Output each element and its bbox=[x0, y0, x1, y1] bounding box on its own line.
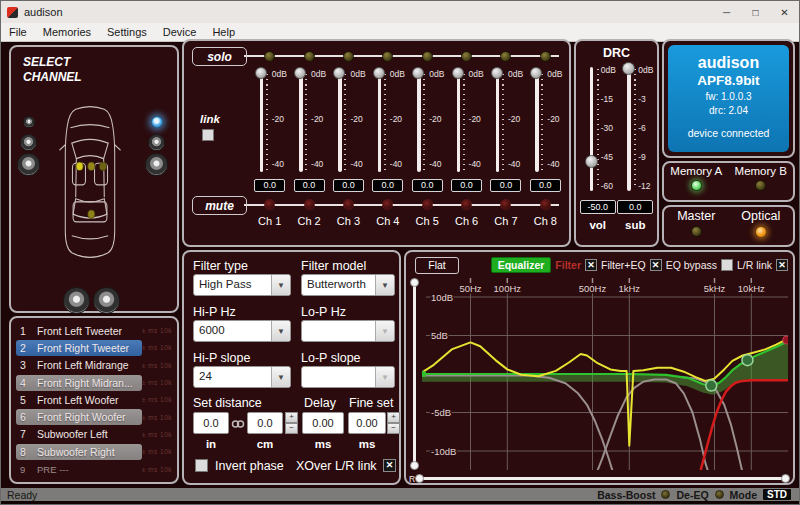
graph-vertical-slider-track[interactable] bbox=[413, 282, 416, 466]
drc-sub-value[interactable]: 0.0 bbox=[617, 200, 653, 214]
graph-hslider-right-handle[interactable] bbox=[781, 474, 790, 483]
fader-thumb-ch2[interactable] bbox=[294, 67, 306, 79]
drc-vol-fader[interactable]: 0dB-15-30-45-60 bbox=[580, 65, 616, 195]
channel-list-item[interactable]: 6Front Right Woofer± ms 10k bbox=[16, 408, 172, 425]
solo-led-ch1[interactable] bbox=[264, 51, 275, 62]
speaker-subwoofer-right[interactable] bbox=[93, 287, 120, 314]
car-position-dot-right[interactable] bbox=[99, 162, 106, 170]
speaker-front-left-midrange[interactable] bbox=[20, 134, 37, 151]
fader-thumb-ch7[interactable] bbox=[491, 67, 503, 79]
de-eq-led[interactable] bbox=[715, 490, 724, 499]
link-checkbox[interactable] bbox=[202, 129, 214, 141]
chevron-down-icon[interactable]: ▼ bbox=[271, 367, 290, 387]
minimize-button[interactable]: ─ bbox=[712, 1, 741, 23]
distance-increment-button[interactable]: + bbox=[285, 412, 298, 423]
menu-help[interactable]: Help bbox=[204, 24, 243, 40]
fader-ch6[interactable]: 0dB-20-40 bbox=[447, 69, 486, 175]
fader-value-ch2[interactable]: 0.0 bbox=[294, 179, 325, 192]
channel-list-item[interactable]: 9PRE ---± ms 10k bbox=[16, 460, 172, 477]
distance-in-field[interactable]: 0.0 bbox=[193, 412, 229, 434]
distance-decrement-button[interactable]: − bbox=[285, 423, 298, 434]
maximize-button[interactable]: □ bbox=[741, 1, 770, 23]
fader-track[interactable] bbox=[417, 72, 421, 172]
memory-b[interactable]: Memory B bbox=[729, 163, 794, 200]
channel-list-item[interactable]: 3Front Left Midrange± ms 10k bbox=[16, 357, 172, 374]
hp-slope-dropdown[interactable]: 24 ▼ bbox=[193, 366, 291, 388]
hp-hz-dropdown[interactable]: 6000 ▼ bbox=[193, 320, 291, 342]
graph-horizontal-slider-track[interactable] bbox=[417, 477, 788, 481]
car-position-dot-rear[interactable] bbox=[88, 210, 95, 218]
graph-horizontal-slider[interactable]: R bbox=[409, 472, 788, 485]
fader-ch2[interactable]: 0dB-20-40 bbox=[289, 69, 328, 175]
filter-eq-checkbox[interactable]: ✕ bbox=[650, 259, 662, 271]
fader-value-ch4[interactable]: 0.0 bbox=[372, 179, 403, 192]
fader-value-ch8[interactable]: 0.0 bbox=[530, 179, 561, 192]
graph-vslider-top-handle[interactable] bbox=[410, 278, 419, 287]
master-input[interactable]: Master bbox=[664, 207, 729, 245]
solo-led-ch6[interactable] bbox=[461, 51, 472, 62]
fader-thumb-ch6[interactable] bbox=[452, 67, 464, 79]
menu-device[interactable]: Device bbox=[155, 24, 205, 40]
speaker-front-left-woofer[interactable] bbox=[17, 153, 40, 176]
speaker-front-right-woofer[interactable] bbox=[145, 153, 168, 176]
drc-fader-track[interactable] bbox=[627, 67, 631, 191]
invert-phase-checkbox[interactable] bbox=[195, 459, 208, 472]
menu-memories[interactable]: Memories bbox=[35, 24, 99, 40]
close-button[interactable]: ✕ bbox=[770, 1, 799, 23]
fader-value-ch5[interactable]: 0.0 bbox=[412, 179, 443, 192]
fader-ch7[interactable]: 0dB-20-40 bbox=[486, 69, 525, 175]
memory-a[interactable]: Memory A bbox=[664, 163, 729, 200]
fine-set-increment-button[interactable]: + bbox=[387, 412, 400, 423]
fader-track[interactable] bbox=[378, 72, 382, 172]
solo-led-ch5[interactable] bbox=[422, 51, 433, 62]
fader-thumb-ch1[interactable] bbox=[255, 67, 267, 79]
bass-boost-led[interactable] bbox=[661, 490, 670, 499]
channel-list-item[interactable]: 1Front Left Tweeter± ms 10k bbox=[16, 322, 172, 339]
car-position-dot-center[interactable] bbox=[88, 162, 95, 170]
mode-value-badge[interactable]: STD bbox=[763, 489, 791, 500]
equalizer-tab[interactable]: Equalizer bbox=[491, 257, 552, 273]
speaker-front-right-midrange[interactable] bbox=[148, 134, 165, 151]
mute-button[interactable]: mute bbox=[192, 196, 247, 215]
solo-led-ch4[interactable] bbox=[382, 51, 393, 62]
fader-ch5[interactable]: 0dB-20-40 bbox=[408, 69, 447, 175]
speaker-front-left-tweeter[interactable] bbox=[23, 116, 35, 128]
mute-led-ch3[interactable] bbox=[343, 199, 354, 210]
optical-input[interactable]: Optical bbox=[729, 207, 794, 245]
fader-track[interactable] bbox=[338, 72, 342, 172]
solo-button[interactable]: solo bbox=[192, 47, 247, 66]
fader-ch3[interactable]: 0dB-20-40 bbox=[329, 69, 368, 175]
fader-track[interactable] bbox=[496, 72, 500, 172]
chevron-down-icon[interactable]: ▼ bbox=[375, 275, 394, 295]
eq-bypass-checkbox[interactable] bbox=[721, 259, 733, 271]
menu-settings[interactable]: Settings bbox=[99, 24, 155, 40]
filter-type-dropdown[interactable]: High Pass ▼ bbox=[193, 274, 291, 296]
mute-led-ch7[interactable] bbox=[500, 199, 511, 210]
drc-vol-thumb[interactable] bbox=[585, 155, 598, 168]
channel-list-item[interactable]: 4Front Right Midran...± ms 10k bbox=[16, 374, 172, 391]
filter-model-dropdown[interactable]: Butterworth ▼ bbox=[301, 274, 395, 296]
speaker-subwoofer-left[interactable] bbox=[63, 287, 90, 314]
graph-vslider-bottom-handle[interactable] bbox=[410, 461, 419, 470]
fader-track[interactable] bbox=[260, 72, 264, 172]
fader-value-ch3[interactable]: 0.0 bbox=[333, 179, 364, 192]
speaker-front-right-tweeter[interactable] bbox=[151, 116, 163, 128]
chevron-down-icon[interactable]: ▼ bbox=[271, 275, 290, 295]
solo-led-ch2[interactable] bbox=[304, 51, 315, 62]
drc-sub-fader[interactable]: 0dB-3-6-9-12 bbox=[617, 65, 653, 195]
channel-list-item[interactable]: 5Front Left Woofer± ms 10k bbox=[16, 391, 172, 408]
fine-set-field[interactable]: 0.00 bbox=[348, 412, 386, 434]
fader-track[interactable] bbox=[457, 72, 461, 172]
drc-fader-track[interactable] bbox=[590, 67, 594, 191]
car-position-dot-left[interactable] bbox=[76, 162, 83, 170]
eq-response-plot[interactable]: 50Hz100Hz500Hz1kHz5kHz10kHz10dB5dB-5dB-1… bbox=[422, 278, 788, 470]
fine-set-decrement-button[interactable]: − bbox=[387, 423, 400, 434]
drc-vol-value[interactable]: -50.0 bbox=[580, 200, 616, 214]
fader-ch8[interactable]: 0dB-20-40 bbox=[526, 69, 565, 175]
mute-led-ch6[interactable] bbox=[461, 199, 472, 210]
mute-led-ch1[interactable] bbox=[264, 199, 275, 210]
solo-led-ch7[interactable] bbox=[500, 51, 511, 62]
l-r-link-checkbox[interactable]: ✕ bbox=[776, 259, 788, 271]
fader-ch1[interactable]: 0dB-20-40 bbox=[250, 69, 289, 175]
solo-led-ch8[interactable] bbox=[540, 51, 551, 62]
